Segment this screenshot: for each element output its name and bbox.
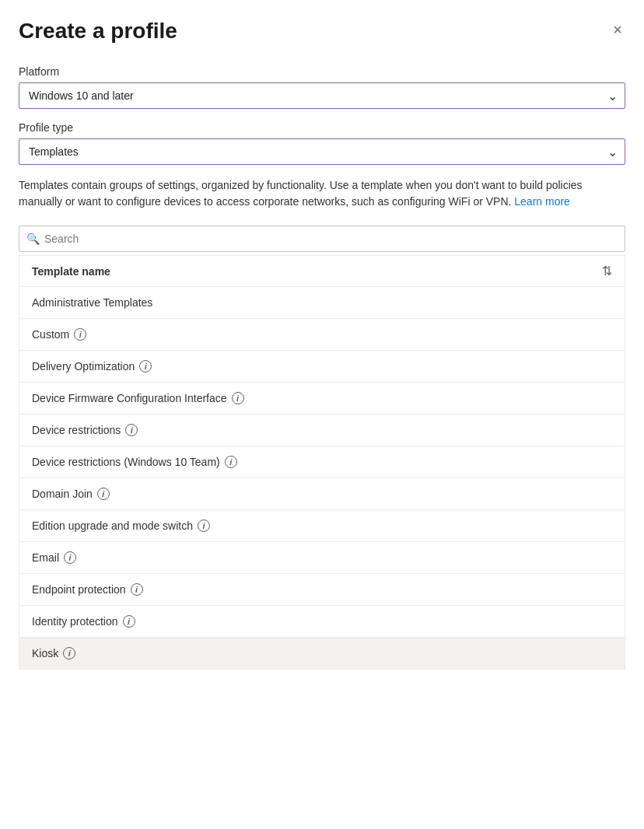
- info-icon: i: [131, 583, 143, 596]
- profile-type-select[interactable]: Templates: [19, 138, 625, 165]
- row-name: Email: [32, 551, 59, 564]
- info-icon: i: [97, 488, 110, 500]
- row-name: Device Firmware Configuration Interface: [32, 392, 227, 404]
- row-name: Delivery Optimization: [32, 360, 135, 373]
- dialog-title: Create a profile: [19, 19, 177, 44]
- row-name: Custom: [32, 328, 69, 341]
- platform-select[interactable]: Windows 10 and later: [19, 82, 625, 109]
- row-name: Administrative Templates: [32, 296, 152, 309]
- platform-label: Platform: [19, 65, 625, 78]
- table-row[interactable]: Domain Join i: [19, 478, 625, 510]
- table-row[interactable]: Administrative Templates: [19, 287, 625, 319]
- table-row[interactable]: Edition upgrade and mode switch i: [19, 510, 625, 542]
- learn-more-link[interactable]: Learn more: [514, 195, 570, 208]
- row-name: Domain Join: [32, 488, 93, 500]
- row-name: Kiosk: [32, 647, 58, 659]
- table-column-header: Template name: [32, 265, 110, 278]
- table-row[interactable]: Endpoint protection i: [19, 574, 625, 606]
- platform-field-group: Platform Windows 10 and later ⌄: [19, 65, 625, 109]
- description-text: Templates contain groups of settings, or…: [19, 177, 625, 210]
- table-row[interactable]: Email i: [19, 542, 625, 574]
- table-row[interactable]: Device restrictions i: [19, 414, 625, 446]
- info-icon: i: [139, 360, 152, 373]
- table-row[interactable]: Device Firmware Configuration Interface …: [19, 383, 625, 414]
- table-row[interactable]: Device restrictions (Windows 10 Team) i: [19, 446, 625, 478]
- info-icon: i: [232, 392, 244, 404]
- table-row[interactable]: Delivery Optimization i: [19, 351, 625, 383]
- table-header: Template name ⇅: [19, 256, 625, 287]
- info-icon: i: [198, 519, 210, 532]
- platform-select-wrapper: Windows 10 and later ⌄: [19, 82, 625, 109]
- sort-icon[interactable]: ⇅: [602, 264, 612, 278]
- info-icon: i: [74, 328, 86, 341]
- info-icon: i: [63, 647, 75, 659]
- profile-type-field-group: Profile type Templates ⌄: [19, 121, 625, 165]
- template-table: Template name ⇅ Administrative Templates…: [19, 255, 625, 670]
- search-icon: 🔍: [26, 233, 40, 245]
- row-name: Device restrictions: [32, 424, 121, 436]
- row-name: Edition upgrade and mode switch: [32, 519, 193, 532]
- profile-type-label: Profile type: [19, 121, 625, 134]
- row-name: Identity protection: [32, 615, 118, 628]
- table-row[interactable]: Kiosk i: [19, 638, 625, 669]
- profile-type-select-wrapper: Templates ⌄: [19, 138, 625, 165]
- info-icon: i: [225, 456, 237, 468]
- row-name: Endpoint protection: [32, 583, 126, 596]
- search-input[interactable]: [19, 226, 625, 252]
- info-icon: i: [64, 551, 76, 564]
- create-profile-dialog: Create a profile × Platform Windows 10 a…: [0, 0, 644, 670]
- table-row[interactable]: Custom i: [19, 319, 625, 351]
- dialog-header: Create a profile ×: [19, 19, 625, 44]
- close-button[interactable]: ×: [610, 19, 625, 40]
- info-icon: i: [125, 424, 138, 436]
- search-wrapper: 🔍: [19, 226, 625, 252]
- table-row[interactable]: Identity protection i: [19, 606, 625, 638]
- info-icon: i: [123, 615, 135, 628]
- row-name: Device restrictions (Windows 10 Team): [32, 456, 220, 468]
